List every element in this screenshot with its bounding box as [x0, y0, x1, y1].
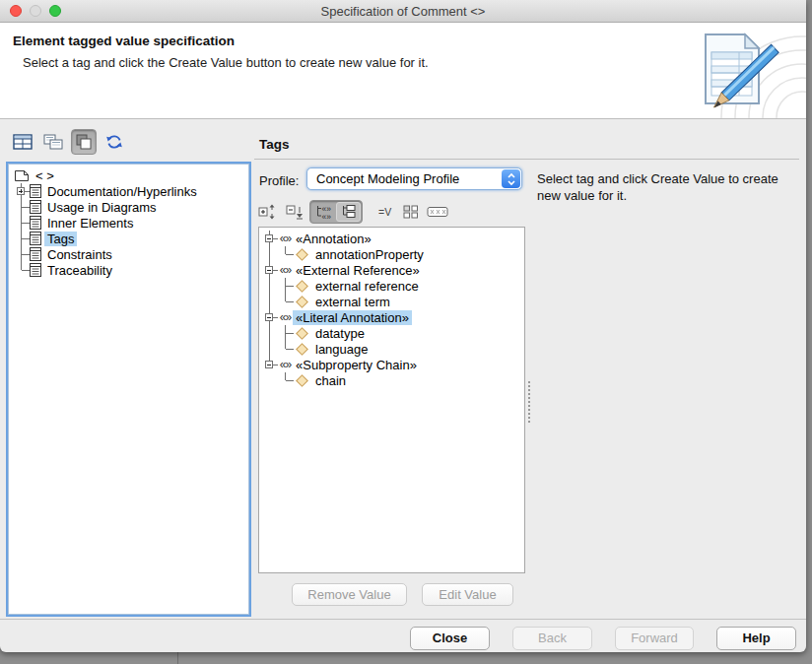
document-icon	[30, 216, 41, 230]
tag-group-subproperty-chain[interactable]: «»«Subproperty Chain»	[262, 357, 524, 372]
tag-item-datatype[interactable]: datatype	[262, 325, 524, 341]
dropdown-stepper-icon	[502, 169, 520, 188]
header-subtitle: Select a tag and click the Create Value …	[23, 55, 429, 70]
zoom-window-button[interactable]	[49, 5, 61, 17]
profile-label: Profile:	[259, 173, 299, 188]
tag-diamond-icon	[296, 280, 308, 293]
profile-dropdown-value: Concept Modeling Profile	[316, 171, 459, 186]
stereotype-icon: «»	[278, 310, 293, 324]
grid-view-icon[interactable]	[403, 205, 419, 219]
tag-item-external-term[interactable]: external term	[262, 294, 524, 309]
collapse-node-icon[interactable]	[286, 203, 305, 221]
tag-diamond-icon	[296, 374, 308, 387]
tag-diamond-icon	[296, 248, 308, 261]
edit-value-button[interactable]: Edit Value	[422, 583, 513, 606]
sidebar-item-tags[interactable]: Tags	[14, 231, 248, 246]
tag-diamond-icon	[296, 296, 308, 308]
document-icon	[30, 232, 41, 245]
close-window-button[interactable]	[10, 5, 22, 17]
specification-nav-tree[interactable]: < >Documentation/HyperlinksUsage in Diag…	[8, 164, 249, 615]
tree-mode-toggle-group: «»«»	[309, 200, 363, 224]
properties-view-icon[interactable]	[10, 129, 35, 155]
stereotype-icon: «»	[278, 358, 293, 371]
structure-view-icon[interactable]	[40, 129, 66, 155]
footer-separator	[0, 619, 806, 620]
tags-panel-heading: Tags	[259, 137, 290, 152]
expand-node-icon[interactable]	[258, 203, 278, 221]
help-button[interactable]: Help	[716, 627, 796, 650]
svg-text:«»: «»	[321, 212, 331, 221]
tag-tree-panel[interactable]: «»«Annotation»annotationProperty«»«Exter…	[258, 227, 525, 573]
split-pane-handle[interactable]	[528, 381, 530, 423]
title-bar[interactable]: Specification of Comment <>	[0, 0, 806, 23]
dialog-header: Element tagged value specification Selec…	[0, 23, 806, 119]
sidebar-item-traceability[interactable]: Traceability	[14, 262, 248, 278]
back-button: Back	[512, 627, 592, 650]
tag-item-language[interactable]: language	[262, 341, 524, 357]
screen-background: Specification of Comment <> Element tagg…	[0, 0, 812, 664]
heading-separator	[254, 159, 799, 160]
window-title: Specification of Comment <>	[321, 4, 486, 19]
left-panel-toolbar	[10, 129, 127, 155]
tag-item-external-reference[interactable]: external reference	[262, 278, 524, 294]
expander-minus-icon[interactable]	[262, 262, 278, 278]
show-values-icon[interactable]: =V	[378, 205, 395, 219]
tag-diamond-icon	[296, 327, 308, 340]
tag-group-literal-annotation[interactable]: «»«Literal Annotation»	[262, 309, 524, 325]
sidebar-item-usage-in-diagrams[interactable]: Usage in Diagrams	[14, 199, 248, 215]
svg-text:=V: =V	[378, 206, 391, 218]
tag-group-external-reference[interactable]: «»«External Reference»	[262, 262, 524, 278]
document-icon	[30, 247, 41, 261]
expander-minus-icon[interactable]	[262, 357, 278, 372]
stereotype-icon: «»	[278, 263, 293, 277]
tree-plain-toggle[interactable]	[336, 202, 361, 222]
expander-plus-icon[interactable]	[14, 183, 30, 199]
sidebar-item-documentation-hyperlinks[interactable]: Documentation/Hyperlinks	[14, 183, 248, 199]
background-divider	[177, 652, 178, 664]
comment-page-icon	[15, 170, 29, 181]
tree-stereotypes-toggle[interactable]: «»«»	[311, 202, 336, 222]
header-title: Element tagged value specification	[13, 33, 235, 48]
expander-minus-icon[interactable]	[262, 231, 278, 246]
specification-dialog: Specification of Comment <> Element tagg…	[0, 0, 806, 652]
refresh-icon[interactable]	[102, 129, 127, 155]
document-icon	[30, 263, 41, 277]
tag-item-annotationproperty[interactable]: annotationProperty	[262, 246, 524, 262]
sidebar-item-inner-elements[interactable]: Inner Elements	[14, 215, 248, 231]
profile-dropdown[interactable]: Concept Modeling Profile	[306, 167, 522, 190]
remove-value-button[interactable]: Remove Value	[292, 583, 407, 606]
tags-helper-text: Select tag and click Create Value to cre…	[537, 170, 805, 204]
close-button[interactable]: Close	[410, 627, 490, 650]
minimize-window-button	[30, 5, 41, 17]
document-with-pencil-icon	[690, 29, 780, 115]
tag-tree-toolbar: «»«» =V	[258, 200, 448, 224]
tag-item-chain[interactable]: chain	[262, 372, 524, 388]
sidebar-item-constraints[interactable]: Constraints	[14, 246, 248, 262]
tag-diamond-icon	[296, 343, 308, 356]
document-icon	[30, 184, 41, 198]
windows-view-icon[interactable]	[71, 129, 97, 155]
document-icon	[30, 200, 41, 214]
forward-button: Forward	[615, 627, 694, 650]
expander-minus-icon[interactable]	[262, 309, 278, 325]
tag-group-annotation[interactable]: «»«Annotation»	[262, 231, 524, 246]
stereotype-icon: «»	[278, 232, 293, 245]
slot-view-icon[interactable]	[427, 206, 448, 218]
nav-tree-root[interactable]: < >	[14, 167, 248, 183]
